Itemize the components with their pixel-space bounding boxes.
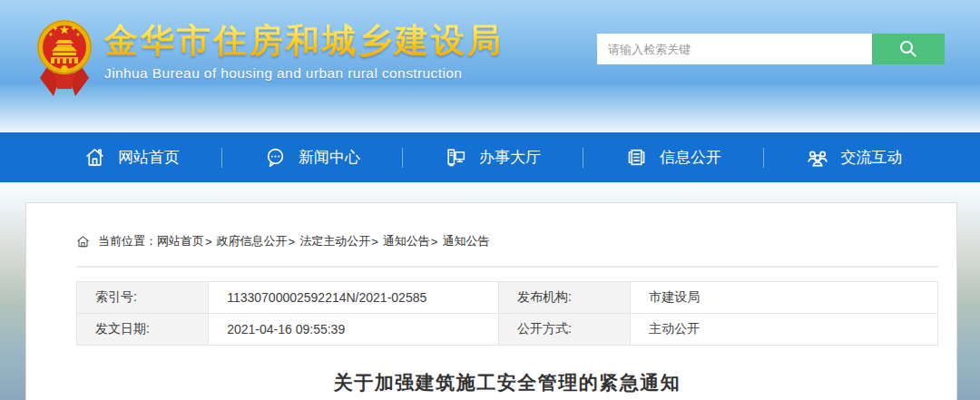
breadcrumb-item-home[interactable]: 网站首页 [157, 233, 204, 249]
breadcrumb-item-statutory[interactable]: 法定主动公开 [299, 233, 370, 249]
issuing-agency-label: 发布机构: [499, 282, 631, 314]
document-info-table: 索引号: 11330700002592214N/2021-02585 发布机构:… [76, 281, 938, 346]
document-icon [625, 146, 648, 169]
breadcrumb-separator: > [289, 235, 296, 249]
breadcrumb-separator: > [431, 235, 438, 249]
nav-item-services[interactable]: 办事大厅 [403, 132, 583, 182]
nav-item-label: 新闻中心 [299, 147, 360, 168]
site-title[interactable]: 金华市住房和城乡建设局 [104, 24, 504, 57]
disclosure-method-value: 主动公开 [631, 314, 938, 346]
article-title: 关于加强建筑施工安全管理的紧急通知 [76, 370, 938, 395]
nav-item-news[interactable]: 新闻中心 [222, 132, 402, 182]
nav-item-info[interactable]: 信息公开 [583, 132, 763, 182]
search-bar [597, 34, 945, 64]
breadcrumb: 当前位置： 网站首页 > 政府信息公开 > 法定主动公开 > 通知公告 > 通知… [76, 233, 938, 249]
table-row: 索引号: 11330700002592214N/2021-02585 发布机构:… [77, 282, 938, 314]
site-subtitle: Jinhua Bureau of housing and urban rural… [104, 65, 504, 82]
nav-item-home[interactable]: 网站首页 [42, 132, 221, 182]
breadcrumb-item-notices[interactable]: 通知公告 [383, 233, 430, 249]
nav-item-label: 信息公开 [660, 147, 721, 168]
main-nav: 网站首页 新闻中心 办事大厅 [0, 132, 980, 182]
issuing-agency-value: 市建设局 [631, 282, 938, 314]
breadcrumb-separator: > [205, 235, 212, 249]
search-input[interactable] [597, 34, 872, 64]
search-button[interactable] [872, 34, 945, 64]
index-number-label: 索引号: [77, 282, 209, 314]
page-background: 当前位置： 网站首页 > 政府信息公开 > 法定主动公开 > 通知公告 > 通知… [0, 182, 980, 400]
nav-item-label: 交流互动 [841, 147, 903, 168]
nav-item-label: 网站首页 [118, 147, 180, 168]
nav-item-interact[interactable]: 交流互动 [764, 132, 944, 182]
search-icon [897, 38, 919, 60]
national-emblem-icon [35, 13, 93, 103]
home-icon [83, 146, 106, 169]
breadcrumb-item-gov-info[interactable]: 政府信息公开 [217, 233, 288, 249]
breadcrumb-home-icon [76, 235, 90, 249]
issue-date-label: 发文日期: [77, 314, 209, 346]
breadcrumb-separator: > [371, 235, 378, 249]
site-header: 金华市住房和城乡建设局 Jinhua Bureau of housing and… [0, 0, 980, 132]
chat-bubble-icon [264, 146, 287, 169]
issue-date-value: 2021-04-16 09:55:39 [209, 314, 499, 346]
people-icon [806, 146, 829, 170]
content-card: 当前位置： 网站首页 > 政府信息公开 > 法定主动公开 > 通知公告 > 通知… [25, 202, 957, 400]
breadcrumb-item-current[interactable]: 通知公告 [442, 233, 489, 249]
computer-icon [445, 146, 467, 169]
table-row: 发文日期: 2021-04-16 09:55:39 公开方式: 主动公开 [77, 314, 938, 346]
disclosure-method-label: 公开方式: [499, 314, 631, 346]
breadcrumb-prefix: 当前位置： [98, 233, 157, 249]
nav-item-label: 办事大厅 [479, 147, 541, 168]
section-divider [76, 266, 938, 268]
site-brand[interactable]: 金华市住房和城乡建设局 Jinhua Bureau of housing and… [35, 11, 504, 103]
index-number-value: 11330700002592214N/2021-02585 [209, 282, 499, 314]
